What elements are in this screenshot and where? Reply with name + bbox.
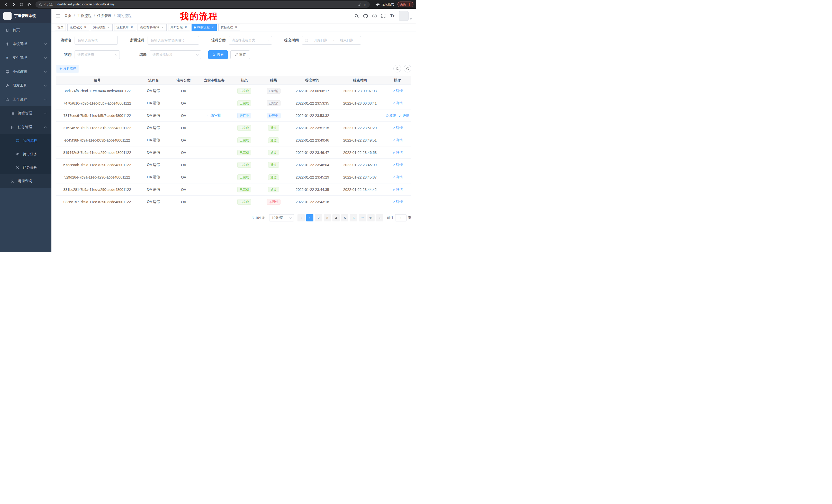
breadcrumb-item[interactable]: 工作流程 [77,13,92,18]
detail-link[interactable]: 详情 [392,138,403,143]
sidebar-item-home[interactable]: 首页 [0,23,51,37]
parent-process-input[interactable] [148,36,199,45]
url-bar[interactable]: 不安全 | dashboard.yudao.iocoder.cn/bpm/tas… [35,1,370,8]
status-select[interactable]: 请选择状态 [75,50,120,59]
detail-link[interactable]: 详情 [399,113,409,118]
sidebar-item-label: 支付管理 [12,55,27,60]
chat-bubble-icon [16,139,20,143]
sidebar-item-label: 基础设施 [12,69,27,74]
tab-home[interactable]: 首页 [55,24,66,31]
page-size-select[interactable]: 10条/页 [269,214,294,221]
toggle-search-button[interactable] [393,65,401,73]
browser-home-button[interactable] [26,1,32,8]
browser-reload-button[interactable] [18,1,25,8]
browser-menu-icon[interactable]: ⋮ [408,3,411,6]
sidebar-item-done-tasks[interactable]: 已办任务 [0,161,51,174]
table-row: 331bc281-7b9a-11ec-a290-acde48001122 OA … [56,184,411,196]
detail-link[interactable]: 详情 [392,163,403,167]
tab-process-form-edit[interactable]: 流程表单-编辑× [137,24,166,31]
result-select[interactable]: 请选择流结果 [150,50,201,59]
submit-time-range-picker[interactable]: 开始日期 - 结束日期 [302,36,361,45]
search-button[interactable]: 搜索 [208,50,228,59]
row-process-name: OA 请假 [138,150,169,155]
more-pages-button[interactable]: ••• [359,214,366,221]
category-select[interactable]: 请选择流程分类 [229,36,272,45]
close-icon[interactable]: × [234,26,238,29]
current-task-link[interactable]: 一级审批 [207,113,222,118]
browser-forward-button[interactable] [10,1,17,8]
help-icon[interactable]: ? [372,14,377,18]
row-category: OA [169,138,199,142]
sidebar-item-payment-management[interactable]: ¥ 支付管理 [0,51,51,65]
goto-page-input[interactable] [395,214,407,221]
page-button[interactable]: 3 [324,214,331,221]
end-date-placeholder: 结束日期 [335,38,358,43]
status-tag: 已完成 [237,162,251,168]
detail-link[interactable]: 详情 [392,175,403,179]
sidebar-item-my-process[interactable]: 我的流程 [0,134,51,147]
user-menu[interactable] [399,11,412,21]
tab-process-form[interactable]: 流程表单× [114,24,136,31]
detail-link[interactable]: 详情 [392,150,403,155]
update-button[interactable]: 更新 ⋮ [397,2,413,7]
detail-link[interactable]: 详情 [392,89,403,93]
chevron-left-icon [300,217,303,219]
refresh-table-button[interactable] [404,65,411,73]
password-key-icon[interactable] [358,3,362,6]
close-icon[interactable]: × [107,26,110,29]
close-icon[interactable]: × [83,26,87,29]
page-button[interactable]: 2 [315,214,322,221]
bookmark-star-icon[interactable]: ☆ [363,3,367,6]
tab-process-definition[interactable]: 流程定义× [67,24,89,31]
chevron-down-icon [267,39,269,41]
sidebar-item-process-management[interactable]: 流程管理 [0,106,51,120]
sidebar-item-leave-query[interactable]: 请假查询 [0,174,51,188]
process-name-input[interactable] [75,36,118,45]
page-button[interactable]: 5 [341,214,348,221]
sidebar-item-infrastructure[interactable]: 基础设施 [0,65,51,79]
breadcrumb-item[interactable]: 首页 [64,13,72,18]
sidebar-toggle-button[interactable] [51,9,64,23]
sidebar-item-task-management[interactable]: 任务管理 [0,120,51,134]
cancel-link[interactable]: 取消 [386,113,396,118]
edit-icon [392,127,395,130]
fullscreen-icon[interactable] [381,13,386,18]
edit-icon [392,89,395,92]
close-icon[interactable]: × [130,26,134,29]
goto-page: 前往 页 [387,214,411,221]
create-process-button[interactable]: 发起流程 [56,65,79,73]
detail-link[interactable]: 详情 [392,125,403,130]
next-page-button[interactable] [376,214,383,221]
detail-link[interactable]: 详情 [392,101,403,106]
github-icon[interactable] [363,13,368,18]
search-icon[interactable] [354,13,359,18]
page-button[interactable]: 4 [333,214,340,221]
close-icon[interactable]: × [211,26,214,29]
close-icon[interactable]: × [184,26,188,29]
edit-icon [392,188,395,191]
font-size-icon[interactable]: TT [390,13,394,18]
prev-page-button[interactable] [297,214,305,221]
reset-button[interactable]: 重置 [230,50,250,59]
row-id: 7317cec6-7b9b-11ec-b5b7-acde48001122 [56,114,138,118]
browser-back-button[interactable] [3,1,9,8]
sidebar-item-workflow[interactable]: 工作流程 [0,92,51,106]
tab-initiate-process[interactable]: 发起流程× [218,24,240,31]
sidebar-item-dev-tools[interactable]: 研发工具 [0,79,51,92]
breadcrumb-item[interactable]: 任务管理 [97,13,111,18]
row-submit-time: 2022-01-23 00:06:17 [288,89,336,93]
tab-user-group[interactable]: 用户分组× [168,24,190,31]
sidebar-item-todo-tasks[interactable]: 待办任务 [0,147,51,161]
page-button[interactable]: 11 [367,214,374,221]
detail-link[interactable]: 详情 [392,187,403,192]
page-button[interactable]: 1 [306,214,313,221]
tab-my-process[interactable]: 我的流程× [191,24,217,31]
detail-link[interactable]: 详情 [392,200,403,204]
close-icon[interactable]: × [161,26,164,29]
tab-process-model[interactable]: 流程模型× [91,24,113,31]
page-button[interactable]: 6 [350,214,357,221]
sidebar-item-system-management[interactable]: 系统管理 [0,37,51,51]
sidebar-item-label: 任务管理 [18,125,32,130]
filter-row-2: 状态 请选择状态 结果 请选择流结果 搜索 重置 [56,50,411,59]
breadcrumb-current: 我的流程 [117,13,132,18]
